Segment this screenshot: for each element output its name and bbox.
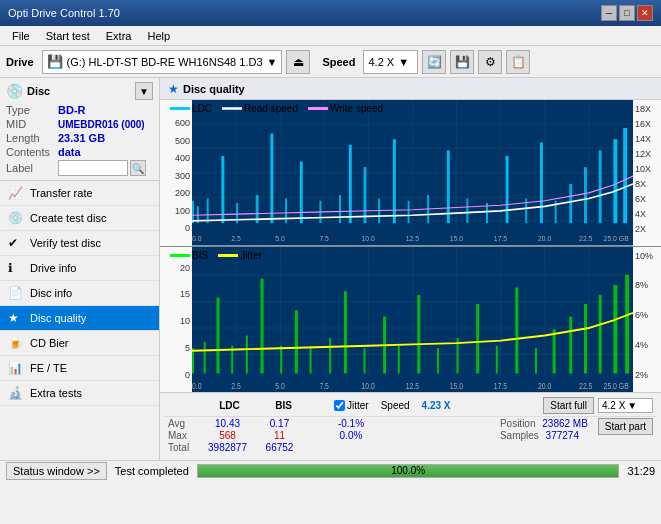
sidebar-item-fe-te[interactable]: 📊 FE / TE — [0, 356, 159, 381]
sidebar-item-extra-tests[interactable]: 🔬 Extra tests — [0, 381, 159, 406]
speed-select[interactable]: 4.2 X ▼ — [363, 50, 418, 74]
drive-label: Drive — [6, 56, 34, 68]
svg-text:5.0: 5.0 — [275, 234, 285, 244]
jitter-label: Jitter — [240, 250, 262, 261]
refresh-button[interactable]: 🔄 — [422, 50, 446, 74]
ldc-max: 568 — [200, 430, 255, 441]
svg-text:10.0: 10.0 — [362, 380, 376, 390]
svg-rect-91 — [569, 316, 572, 373]
status-window-button[interactable]: Status window >> — [6, 462, 107, 480]
yr1-16x: 16X — [635, 119, 661, 129]
window-controls: ─ □ ✕ — [601, 5, 653, 21]
disc-quality-label: Disc quality — [30, 312, 86, 324]
disc-header: 💿 Disc ▼ — [6, 82, 153, 100]
eject-button[interactable]: ⏏ — [286, 50, 310, 74]
chart1-y-axis-right: 18X 16X 14X 12X 10X 8X 6X 4X 2X — [633, 100, 661, 246]
svg-rect-90 — [553, 329, 556, 373]
sidebar-item-disc-info[interactable]: 📄 Disc info — [0, 281, 159, 306]
menu-help[interactable]: Help — [139, 29, 178, 43]
svg-text:2.5: 2.5 — [231, 234, 241, 244]
charts-area: LDC Read speed Write speed 600 — [160, 100, 661, 460]
max-label: Max — [168, 430, 198, 441]
y1-0: 0 — [160, 223, 190, 233]
jitter-avg: -0.1% — [326, 418, 376, 429]
menu-file[interactable]: File — [4, 29, 38, 43]
info-button[interactable]: 📋 — [506, 50, 530, 74]
samples-label: Samples — [500, 430, 539, 441]
svg-rect-77 — [310, 348, 312, 373]
status-bar: Status window >> Test completed 100.0% 3… — [0, 460, 661, 480]
title-bar: Opti Drive Control 1.70 ─ □ ✕ — [0, 0, 661, 26]
sidebar-item-create-test[interactable]: 💿 Create test disc — [0, 206, 159, 231]
label-label: Label — [6, 162, 58, 174]
svg-rect-37 — [540, 143, 543, 224]
speed-dropdown-value: 4.2 X — [602, 400, 625, 411]
y2-5: 5 — [160, 343, 190, 353]
jitter-check-container: Jitter — [334, 400, 369, 411]
svg-text:10.0: 10.0 — [362, 234, 375, 244]
menu-start-test[interactable]: Start test — [38, 29, 98, 43]
sidebar-item-transfer-rate[interactable]: 📈 Transfer rate — [0, 181, 159, 206]
yr2-4pct: 4% — [635, 340, 661, 350]
minimize-button[interactable]: ─ — [601, 5, 617, 21]
chart2-y-axis-right: 10% 8% 6% 4% 2% — [633, 247, 661, 393]
save-button[interactable]: 💾 — [450, 50, 474, 74]
sidebar-item-cd-bier[interactable]: 🍺 CD Bier — [0, 331, 159, 356]
drive-select[interactable]: 💾 (G:) HL-DT-ST BD-RE WH16NS48 1.D3 ▼ — [42, 50, 283, 74]
bis-label: BIS — [192, 250, 208, 261]
y2-20: 20 — [160, 263, 190, 273]
verify-test-label: Verify test disc — [30, 237, 101, 249]
start-full-button[interactable]: Start full — [543, 397, 594, 414]
svg-rect-23 — [300, 162, 303, 224]
quality-title: Disc quality — [183, 83, 245, 95]
yr1-12x: 12X — [635, 149, 661, 159]
svg-rect-86 — [476, 303, 479, 373]
sidebar-item-verify-test[interactable]: ✔ Verify test disc — [0, 231, 159, 256]
status-text: Test completed — [115, 465, 189, 477]
speed-dropdown[interactable]: 4.2 X ▼ — [598, 398, 653, 413]
fe-te-label: FE / TE — [30, 362, 67, 374]
svg-rect-93 — [599, 295, 602, 373]
yr1-18x: 18X — [635, 104, 661, 114]
svg-rect-69 — [192, 348, 194, 373]
disc-mid-row: MID UMEBDR016 (000) — [6, 118, 153, 130]
svg-rect-95 — [625, 274, 629, 373]
mid-value: UMEBDR016 (000) — [58, 119, 145, 130]
close-button[interactable]: ✕ — [637, 5, 653, 21]
disc-info-label: Disc info — [30, 287, 72, 299]
settings-button[interactable]: ⚙ — [478, 50, 502, 74]
read-speed-legend: Read speed — [222, 103, 298, 114]
transfer-rate-icon: 📈 — [8, 186, 24, 200]
maximize-button[interactable]: □ — [619, 5, 635, 21]
extra-tests-icon: 🔬 — [8, 386, 24, 400]
quality-icon: ★ — [168, 82, 179, 96]
svg-rect-78 — [329, 338, 331, 373]
svg-text:0.0: 0.0 — [192, 380, 202, 390]
start-part-button[interactable]: Start part — [598, 418, 653, 435]
svg-rect-42 — [613, 139, 617, 223]
menu-extra[interactable]: Extra — [98, 29, 140, 43]
drive-info-icon: ℹ — [8, 261, 24, 275]
label-input[interactable] — [58, 160, 128, 176]
disc-options-button[interactable]: ▼ — [135, 82, 153, 100]
avg-label: Avg — [168, 418, 198, 429]
y2-15: 15 — [160, 289, 190, 299]
length-label: Length — [6, 132, 58, 144]
jitter-color — [218, 254, 238, 257]
yr2-8pct: 8% — [635, 280, 661, 290]
svg-rect-79 — [344, 291, 347, 373]
contents-label: Contents — [6, 146, 58, 158]
sidebar-item-drive-info[interactable]: ℹ Drive info — [0, 256, 159, 281]
svg-rect-18 — [221, 156, 224, 223]
drive-value: (G:) HL-DT-ST BD-RE WH16NS48 1.D3 — [67, 56, 263, 68]
transfer-rate-label: Transfer rate — [30, 187, 93, 199]
jitter-checkbox[interactable] — [334, 400, 345, 411]
elapsed-time: 31:29 — [627, 465, 655, 477]
bis-max: 11 — [257, 430, 302, 441]
sidebar-item-disc-quality[interactable]: ★ Disc quality — [0, 306, 159, 331]
chart2-area: 0.0 2.5 5.0 7.5 10.0 12.5 15.0 17.5 20.0… — [192, 247, 633, 393]
svg-rect-15 — [192, 201, 194, 223]
chart2-legend: BIS Jitter — [170, 250, 262, 261]
label-search-button[interactable]: 🔍 — [130, 160, 146, 176]
svg-rect-87 — [496, 345, 498, 373]
